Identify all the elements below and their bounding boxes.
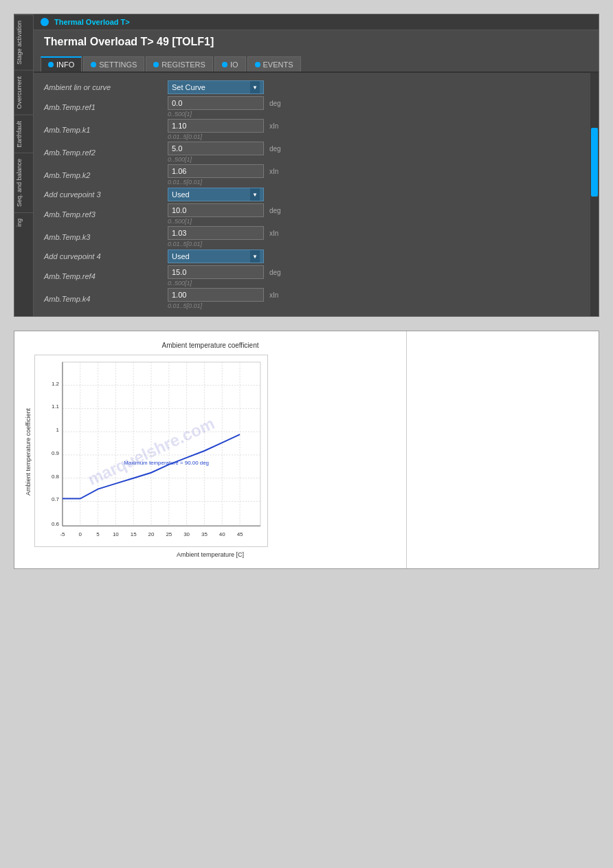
- svg-text:5: 5: [96, 531, 100, 537]
- chart-area: Ambient temperature coefficient Ambient …: [14, 331, 406, 568]
- setting-row-6: Amb.Temp.ref3 deg 0..500[1]: [44, 203, 588, 225]
- setting-row-0: Ambient lin or curve Set Curve ▼: [44, 80, 588, 95]
- sidebar-item-earthfault[interactable]: Earthfault: [14, 115, 33, 153]
- setting-row-2: Amb.Temp.k1 xIn 0.01..5[0.01]: [44, 119, 588, 140]
- svg-text:0.9: 0.9: [52, 450, 60, 456]
- value-temp-ref1: deg 0..500[1]: [168, 96, 588, 118]
- chart-svg: -5 0 5 10 15 20 25 30 35 40 45 0.6 0.7: [34, 355, 268, 547]
- sidebar-item-ing[interactable]: ing: [14, 212, 33, 232]
- svg-text:1: 1: [56, 427, 60, 433]
- svg-text:10: 10: [113, 531, 119, 537]
- range-temp-k1: 0.01..5[0.01]: [168, 133, 588, 140]
- svg-text:20: 20: [148, 531, 155, 537]
- svg-text:45: 45: [237, 531, 243, 537]
- svg-text:0.8: 0.8: [52, 474, 60, 480]
- tab-events-dot: [255, 62, 260, 67]
- svg-text:40: 40: [219, 531, 225, 537]
- tab-settings-dot: [91, 62, 96, 67]
- svg-text:1.1: 1.1: [52, 403, 60, 410]
- unit-temp-k4: xIn: [269, 291, 278, 299]
- sidebar: Stage activation Overcurrent Earthfault …: [14, 14, 34, 316]
- input-temp-ref3[interactable]: [168, 203, 264, 217]
- tab-info[interactable]: INFO: [41, 56, 82, 71]
- label-temp-k2: Amb.Temp.k2: [44, 171, 168, 179]
- setting-row-5: Add curvepoint 3 Used ▼: [44, 187, 588, 202]
- dropdown-arrow-8: ▼: [250, 250, 260, 263]
- range-temp-ref1: 0..500[1]: [168, 111, 588, 118]
- chart-title: Ambient temperature coefficient: [25, 342, 396, 349]
- label-temp-k4: Amb.Temp.k4: [44, 295, 168, 303]
- svg-text:1.2: 1.2: [52, 381, 60, 387]
- svg-text:35: 35: [201, 531, 208, 537]
- tab-registers[interactable]: REGISTERS: [146, 56, 213, 71]
- label-ambient-curve: Ambient lin or curve: [44, 83, 168, 91]
- unit-temp-ref4: deg: [269, 269, 281, 276]
- sidebar-item-overcurrent[interactable]: Overcurrent: [14, 70, 33, 115]
- input-temp-ref2[interactable]: [168, 142, 264, 155]
- device-name[interactable]: Thermal Overload T>: [54, 18, 130, 26]
- device-indicator: [41, 18, 49, 26]
- scrollbar-thumb[interactable]: [591, 128, 598, 197]
- value-temp-k4: xIn 0.01..5[0.01]: [168, 288, 588, 309]
- input-temp-ref4[interactable]: [168, 265, 264, 279]
- dropdown-arrow-0: ▼: [250, 81, 260, 93]
- tab-info-dot: [48, 62, 54, 67]
- svg-text:30: 30: [183, 531, 190, 537]
- value-temp-ref3: deg 0..500[1]: [168, 203, 588, 225]
- dropdown-arrow-5: ▼: [250, 188, 260, 201]
- setting-row-10: Amb.Temp.k4 xIn 0.01..5[0.01]: [44, 288, 588, 309]
- scrollbar[interactable]: [590, 73, 599, 316]
- dropdown-curvepoint3[interactable]: Used ▼: [168, 188, 264, 201]
- label-temp-k1: Amb.Temp.k1: [44, 126, 168, 134]
- setting-row-9: Amb.Temp.ref4 deg 0..500[1]: [44, 265, 588, 287]
- top-panel: Stage activation Overcurrent Earthfault …: [14, 14, 599, 317]
- value-temp-k2: xIn 0.01..5[0.01]: [168, 164, 588, 186]
- tab-io[interactable]: IO: [214, 56, 246, 71]
- sidebar-item-seq[interactable]: Seq. and balance: [14, 153, 33, 212]
- value-curvepoint4: Used ▼: [168, 249, 588, 263]
- svg-text:Maximum temperature = 90.00 de: Maximum temperature = 90.00 deg: [124, 460, 209, 466]
- unit-temp-ref3: deg: [269, 207, 281, 214]
- label-curvepoint4: Add curvepoint 4: [44, 252, 168, 260]
- settings-content: Ambient lin or curve Set Curve ▼ Amb.Tem…: [34, 73, 599, 316]
- title-area: Thermal Overload T> 49 [TOLF1]: [34, 30, 599, 54]
- value-temp-ref4: deg 0..500[1]: [168, 265, 588, 287]
- bottom-panel: Ambient temperature coefficient Ambient …: [14, 331, 599, 569]
- range-temp-k4: 0.01..5[0.01]: [168, 302, 588, 309]
- chart-container: Ambient temperature coefficient: [25, 355, 396, 548]
- unit-temp-k1: xIn: [269, 122, 278, 130]
- sidebar-item-stage[interactable]: Stage activation: [14, 14, 33, 70]
- tab-events[interactable]: EVENTS: [247, 56, 301, 71]
- range-temp-ref2: 0..500[1]: [168, 156, 588, 163]
- range-temp-k2: 0.01..5[0.01]: [168, 179, 588, 186]
- unit-temp-ref1: deg: [269, 100, 281, 107]
- setting-row-7: Amb.Temp.k3 xIn 0.01..5[0.01]: [44, 226, 588, 247]
- setting-row-3: Amb.Temp.ref2 deg 0..500[1]: [44, 142, 588, 163]
- input-temp-k3[interactable]: [168, 226, 264, 240]
- label-temp-ref3: Amb.Temp.ref3: [44, 210, 168, 219]
- svg-text:15: 15: [131, 531, 137, 537]
- label-temp-ref2: Amb.Temp.ref2: [44, 148, 168, 157]
- page-title: Thermal Overload T> 49 [TOLF1]: [44, 36, 214, 47]
- main-container: Stage activation Overcurrent Earthfault …: [0, 0, 613, 583]
- unit-temp-k2: xIn: [269, 168, 278, 175]
- unit-temp-ref2: deg: [269, 145, 281, 153]
- input-temp-ref1[interactable]: [168, 96, 264, 110]
- chart-x-label: Ambient temperature [C]: [25, 551, 396, 558]
- svg-text:0.6: 0.6: [52, 521, 60, 527]
- input-temp-k4[interactable]: [168, 288, 264, 302]
- svg-text:0.7: 0.7: [52, 496, 60, 502]
- tab-settings[interactable]: SETTINGS: [83, 56, 144, 71]
- value-temp-k3: xIn 0.01..5[0.01]: [168, 226, 588, 247]
- label-curvepoint3: Add curvepoint 3: [44, 190, 168, 199]
- range-temp-ref4: 0..500[1]: [168, 280, 588, 287]
- dropdown-ambient-curve[interactable]: Set Curve ▼: [168, 80, 264, 94]
- input-temp-k1[interactable]: [168, 119, 264, 133]
- value-curvepoint3: Used ▼: [168, 188, 588, 201]
- label-temp-k3: Amb.Temp.k3: [44, 233, 168, 241]
- setting-row-8: Add curvepoint 4 Used ▼: [44, 249, 588, 264]
- value-ambient-curve: Set Curve ▼: [168, 80, 588, 94]
- dropdown-curvepoint4[interactable]: Used ▼: [168, 249, 264, 263]
- content-area: Thermal Overload T> Thermal Overload T> …: [34, 14, 599, 316]
- input-temp-k2[interactable]: [168, 164, 264, 178]
